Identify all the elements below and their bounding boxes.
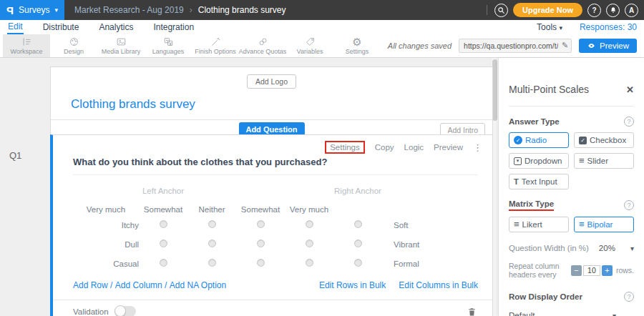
matrix-radio[interactable] — [160, 240, 167, 247]
question-action-logic[interactable]: Logic — [404, 143, 424, 152]
left-anchor-label: Left Anchor — [139, 187, 187, 195]
matrix-row: Dull Vibrant — [73, 234, 492, 254]
answer-type-text-input[interactable]: TText Input — [509, 174, 569, 189]
add-logo-button[interactable]: Add Logo — [247, 74, 296, 89]
matrix-radio[interactable] — [208, 240, 216, 247]
menubar-right: Tools ▾ Responses: 30 — [537, 22, 637, 32]
toolbar-item-languages[interactable]: Languages — [145, 34, 192, 57]
matrix-row-left-label[interactable]: Itchy — [73, 221, 139, 229]
matrix-edit-links: Add Row / Add Column / Add NA Option Edi… — [73, 280, 478, 290]
survey-toolbar: Workspace Design Media Library Languages… — [0, 34, 644, 58]
surveys-label: Surveys — [19, 5, 49, 15]
row-display-order-select[interactable]: Default ▾ — [509, 311, 616, 316]
menu-item-edit[interactable]: Edit — [7, 21, 24, 34]
upgrade-now-button[interactable]: Upgrade Now — [513, 3, 582, 17]
matrix-row-left-label[interactable]: Casual — [73, 260, 139, 268]
account-avatar[interactable]: A — [625, 4, 638, 17]
matrix-radio[interactable] — [160, 220, 167, 228]
menu-item-analytics[interactable]: Analytics — [98, 21, 134, 34]
row-display-order-value: Default — [509, 311, 535, 316]
toolbar-item-workspace[interactable]: Workspace — [3, 34, 50, 57]
help-icon[interactable]: ? — [624, 292, 634, 302]
edit-url-pencil-icon[interactable]: ✎ — [562, 41, 568, 50]
toolbar-item-settings[interactable]: ⚙ Settings — [333, 34, 381, 57]
preview-button[interactable]: Preview — [579, 39, 637, 53]
plus-button[interactable]: + — [602, 265, 613, 276]
edit-columns-in-bulk-link[interactable]: Edit Columns in Bulk — [399, 280, 478, 290]
delete-question-button[interactable] — [467, 307, 477, 316]
toolbar-item-advance-quotas[interactable]: Advance Quotas — [239, 34, 286, 57]
dropdown-icon: ▾ — [514, 157, 522, 165]
add-row-link[interactable]: Add Row — [73, 280, 108, 290]
help-button[interactable]: ? — [587, 4, 601, 17]
chevron-down-icon[interactable]: ▾ — [630, 245, 634, 252]
matrix-column-header: Very much — [285, 205, 333, 214]
question-number: Q1 — [9, 150, 21, 161]
question-text[interactable]: What do you think about the clothes that… — [73, 157, 478, 167]
help-icon[interactable]: ? — [624, 117, 634, 127]
answer-type-radio[interactable]: ✓Radio — [509, 132, 569, 148]
question-action-preview[interactable]: Preview — [434, 143, 463, 152]
matrix-radio[interactable] — [354, 220, 362, 228]
breadcrumb-current: Clothing brands survey — [198, 5, 286, 15]
breadcrumb-folder[interactable]: Market Research - Aug 2019 — [74, 5, 184, 15]
matrix-radio[interactable] — [208, 220, 216, 228]
answer-type-dropdown[interactable]: ▾Dropdown — [509, 153, 569, 169]
edit-rows-in-bulk-link[interactable]: Edit Rows in Bulk — [319, 280, 386, 290]
answer-type-slider[interactable]: ≡Slider — [574, 153, 634, 169]
matrix-radio[interactable] — [160, 259, 167, 267]
matrix-radio[interactable] — [306, 259, 313, 267]
matrix-type-bipolar[interactable]: ≡Bipolar — [574, 217, 634, 232]
menu-item-distribute[interactable]: Distribute — [42, 21, 80, 34]
matrix-radio[interactable] — [257, 240, 265, 247]
matrix-radio[interactable] — [306, 220, 313, 228]
matrix-radio[interactable] — [354, 259, 362, 267]
question-card: Settings Copy Logic Preview ⋮ What do yo… — [50, 134, 493, 316]
validation-label: Validation — [73, 307, 109, 316]
matrix-row-right-label[interactable]: Soft — [382, 221, 492, 229]
matrix-row-right-label[interactable]: Vibrant — [382, 240, 492, 249]
matrix-row-left-label[interactable]: Dull — [73, 240, 139, 249]
scrollbar-thumb[interactable] — [492, 59, 497, 121]
add-column-link[interactable]: Add Column — [115, 280, 162, 290]
minus-button[interactable]: − — [571, 265, 582, 276]
palette-icon — [68, 36, 80, 47]
close-icon[interactable]: ✕ — [626, 84, 634, 95]
matrix-radio[interactable] — [257, 259, 265, 267]
survey-title[interactable]: Clothing brands survey — [71, 97, 492, 112]
toolbar-item-design[interactable]: Design — [50, 34, 97, 57]
answer-type-checkbox[interactable]: ✓Checkbox — [574, 132, 634, 148]
question-width-value[interactable]: 20% — [599, 244, 615, 252]
notifications-button[interactable] — [606, 4, 620, 17]
validation-toggle[interactable] — [114, 306, 136, 316]
responses-count[interactable]: Responses: 30 — [580, 22, 637, 32]
repeat-headers-label: Repeat column headers every — [509, 262, 567, 279]
question-action-settings[interactable]: Settings — [325, 141, 365, 154]
add-na-option-link[interactable]: Add NA Option — [170, 280, 226, 290]
kebab-menu-icon[interactable]: ⋮ — [473, 142, 482, 153]
toolbar-item-media-library[interactable]: Media Library — [97, 34, 145, 57]
matrix-radio[interactable] — [354, 240, 362, 247]
survey-url-input[interactable] — [459, 39, 572, 53]
matrix-radio[interactable] — [208, 259, 216, 267]
matrix-radio[interactable] — [257, 220, 265, 228]
tools-menu[interactable]: Tools ▾ — [537, 22, 562, 32]
image-icon — [115, 36, 127, 47]
matrix-radio[interactable] — [306, 240, 313, 247]
toolbar-item-finish-options[interactable]: Finish Options — [192, 34, 239, 57]
question-width-row: Question Width (in %) 20% ▾ — [509, 244, 634, 252]
matrix-type-options: ≡Likert ≡Bipolar — [509, 217, 634, 232]
repeat-headers-value[interactable]: 10 — [583, 265, 600, 276]
help-icon[interactable]: ? — [624, 200, 634, 210]
questionpro-logo: P — [6, 4, 14, 16]
checkbox-icon: ✓ — [579, 137, 587, 144]
matrix-type-likert[interactable]: ≡Likert — [509, 217, 569, 232]
menu-item-integration[interactable]: Integration — [152, 21, 195, 34]
search-button[interactable] — [494, 4, 508, 17]
matrix-row-right-label[interactable]: Formal — [382, 260, 492, 268]
surveys-menu[interactable]: P Surveys ▾ — [0, 0, 64, 20]
toolbar-item-variables[interactable]: Variables — [286, 34, 333, 57]
toolbar-items: Workspace Design Media Library Languages… — [0, 34, 381, 57]
question-action-copy[interactable]: Copy — [375, 143, 394, 152]
matrix-column-header: Very much — [73, 205, 139, 214]
